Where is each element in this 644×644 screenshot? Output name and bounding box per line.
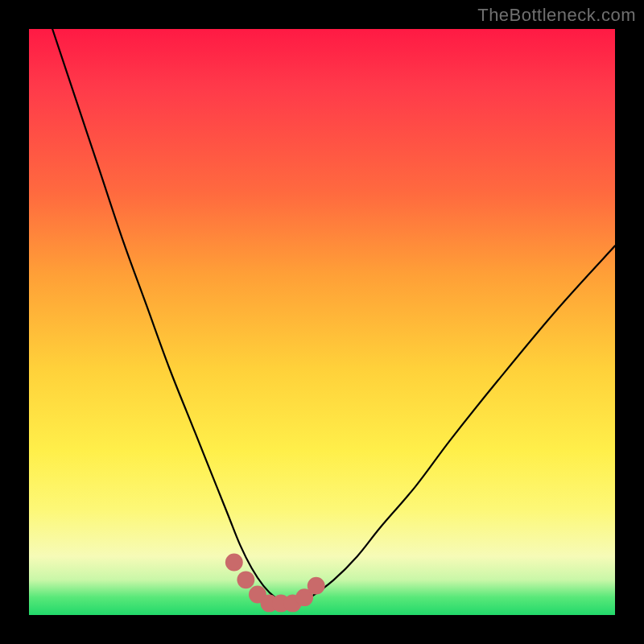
bottleneck-curve	[52, 29, 615, 604]
marker-dot	[237, 571, 254, 588]
chart-svg	[29, 29, 615, 615]
watermark-text: TheBottleneck.com	[477, 5, 636, 26]
optimal-range-markers	[225, 554, 325, 613]
marker-dot	[308, 577, 325, 595]
plot-area	[29, 29, 615, 615]
chart-stage: TheBottleneck.com	[0, 0, 644, 644]
marker-dot	[225, 554, 243, 572]
